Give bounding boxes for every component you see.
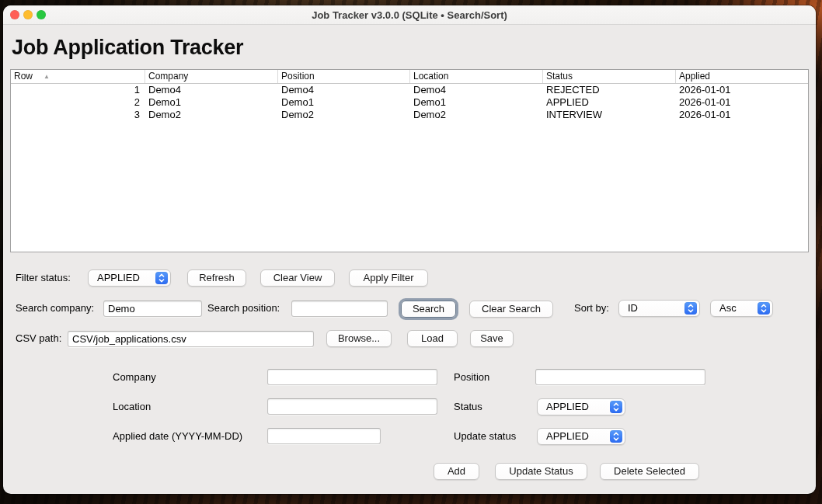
filter-status-value: APPLIED [97, 272, 140, 283]
location-label: Location [113, 398, 151, 415]
desktop: { "window": { "title": "Job Tracker v3.0… [0, 0, 822, 504]
search-button[interactable]: Search [401, 301, 456, 318]
search-company-input[interactable] [103, 301, 202, 317]
cell-company: Demo1 [145, 96, 278, 109]
applied-date-label: Applied date (YYYY-MM-DD) [113, 428, 242, 445]
sort-field-select[interactable]: ID [618, 300, 700, 317]
location-field[interactable] [267, 398, 437, 415]
cell-row-number: 1 [11, 84, 145, 96]
select-chevrons-icon [610, 430, 622, 443]
refresh-button[interactable]: Refresh [187, 269, 246, 287]
select-chevrons-icon [610, 401, 622, 413]
column-header-row[interactable]: Row▲ [11, 70, 145, 83]
table-row[interactable]: 3 Demo2 Demo2 Demo2 INTERVIEW 2026-01-01 [11, 109, 808, 121]
update-status-select[interactable]: APPLIED [537, 428, 625, 445]
sort-ascending-icon: ▲ [44, 73, 50, 80]
table-row[interactable]: 2 Demo1 Demo1 Demo1 APPLIED 2026-01-01 [11, 96, 808, 109]
update-status-value: APPLIED [546, 430, 589, 442]
cell-location: Demo1 [410, 96, 543, 109]
select-chevrons-icon [155, 272, 168, 284]
csv-path-input[interactable] [68, 331, 314, 347]
update-status-button[interactable]: Update Status [495, 463, 587, 480]
page-title: Job Application Tracker [12, 36, 243, 60]
app-window: Job Tracker v3.0.0 (SQLite • Search/Sort… [3, 5, 816, 494]
company-label: Company [113, 369, 156, 386]
company-field[interactable] [267, 369, 437, 385]
load-button[interactable]: Load [407, 330, 458, 347]
clear-view-button[interactable]: Clear View [260, 269, 335, 287]
cell-location: Demo2 [410, 109, 543, 121]
cell-position: Demo2 [278, 109, 410, 121]
select-chevrons-icon [758, 302, 770, 315]
column-header-company[interactable]: Company [145, 70, 278, 83]
titlebar: Job Tracker v3.0.0 (SQLite • Search/Sort… [3, 5, 816, 25]
search-position-input[interactable] [291, 301, 388, 317]
column-header-applied[interactable]: Applied [676, 70, 808, 83]
select-chevrons-icon [684, 302, 697, 315]
search-company-label: Search company: [16, 300, 94, 317]
search-position-label: Search position: [207, 300, 280, 317]
cell-applied: 2026-01-01 [676, 84, 808, 96]
cell-company: Demo4 [145, 84, 278, 96]
filter-status-label: Filter status: [16, 269, 71, 287]
csv-path-label: CSV path: [16, 330, 61, 347]
column-header-location[interactable]: Location [410, 70, 543, 83]
cell-status: APPLIED [543, 96, 676, 109]
column-header-label: Row [14, 71, 33, 82]
cell-row-number: 2 [11, 96, 145, 109]
applied-date-field[interactable] [267, 428, 381, 444]
column-header-status[interactable]: Status [543, 70, 676, 83]
add-button[interactable]: Add [434, 463, 479, 480]
sort-field-value: ID [628, 302, 638, 314]
filter-status-select[interactable]: APPLIED [88, 269, 171, 287]
cell-position: Demo1 [278, 96, 410, 109]
sort-direction-value: Asc [719, 302, 737, 314]
apply-filter-button[interactable]: Apply Filter [349, 269, 428, 287]
status-value: APPLIED [546, 401, 589, 412]
sort-direction-select[interactable]: Asc [710, 300, 773, 317]
cell-applied: 2026-01-01 [676, 109, 808, 121]
clear-search-button[interactable]: Clear Search [469, 301, 553, 318]
applications-table: Row▲ Company Position Location Status Ap… [10, 69, 809, 252]
cell-position: Demo4 [278, 84, 410, 96]
table-header-row: Row▲ Company Position Location Status Ap… [11, 70, 808, 84]
cell-row-number: 3 [11, 109, 145, 121]
delete-selected-button[interactable]: Delete Selected [600, 463, 699, 480]
status-label: Status [454, 398, 482, 415]
sort-by-label: Sort by: [574, 300, 609, 317]
window-title: Job Tracker v3.0.0 (SQLite • Search/Sort… [3, 5, 816, 24]
save-button[interactable]: Save [470, 330, 514, 347]
cell-applied: 2026-01-01 [676, 96, 808, 109]
cell-location: Demo4 [410, 84, 543, 96]
browse-button[interactable]: Browse... [326, 330, 392, 347]
cell-status: REJECTED [543, 84, 676, 96]
table-row[interactable]: 1 Demo4 Demo4 Demo4 REJECTED 2026-01-01 [11, 84, 808, 96]
status-select[interactable]: APPLIED [537, 398, 625, 415]
update-status-label: Update status [454, 428, 516, 445]
position-label: Position [454, 369, 489, 386]
cell-company: Demo2 [145, 109, 278, 121]
position-field[interactable] [535, 369, 705, 385]
cell-status: INTERVIEW [543, 109, 676, 121]
column-header-position[interactable]: Position [278, 70, 410, 83]
